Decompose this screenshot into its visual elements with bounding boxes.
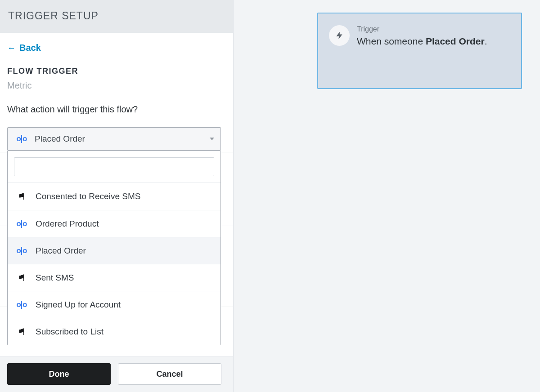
olo-icon: oo: [14, 246, 29, 255]
trigger-sentence-strong: Placed Order: [426, 36, 485, 46]
cancel-button[interactable]: Cancel: [118, 363, 221, 385]
option-subscribed-to-list[interactable]: ⚑ Subscribed to List: [8, 318, 220, 345]
option-label: Signed Up for Account: [36, 300, 121, 310]
metric-select-display[interactable]: oo Placed Order: [7, 127, 221, 151]
option-label: Subscribed to List: [36, 327, 104, 337]
cancel-label: Cancel: [156, 370, 183, 379]
option-label: Placed Order: [36, 246, 86, 256]
back-button[interactable]: ← Back: [7, 43, 41, 53]
trigger-setup-panel: TRIGGER SETUP ← Back FLOW TRIGGER Metric…: [0, 0, 234, 392]
trigger-sentence-suffix: .: [485, 36, 487, 46]
flow-canvas[interactable]: Trigger When someone Placed Order.: [234, 0, 540, 392]
trigger-question: What action will trigger this flow?: [7, 104, 226, 115]
back-label: Back: [19, 43, 41, 53]
olo-icon: oo: [14, 219, 29, 228]
trigger-kicker: Trigger: [357, 25, 487, 33]
olo-icon: oo: [14, 300, 29, 309]
metric-select: oo Placed Order ⚑ Consented to Receive S…: [7, 127, 221, 151]
trigger-card-icon-wrap: [329, 25, 350, 46]
trigger-card[interactable]: Trigger When someone Placed Order.: [317, 13, 522, 89]
option-consented-to-receive-sms[interactable]: ⚑ Consented to Receive SMS: [8, 183, 220, 210]
option-placed-order[interactable]: oo Placed Order: [8, 237, 220, 264]
chevron-down-icon: [210, 138, 214, 140]
panel-title: TRIGGER SETUP: [8, 10, 225, 22]
trigger-sentence: When someone Placed Order.: [357, 36, 487, 47]
option-label: Ordered Product: [36, 219, 99, 229]
done-label: Done: [49, 370, 69, 379]
trigger-subtype: Metric: [7, 80, 226, 91]
dropdown-list: ⚑ Consented to Receive SMS oo Ordered Pr…: [8, 183, 220, 345]
flag-icon: ⚑: [14, 326, 29, 337]
flag-icon: ⚑: [14, 191, 29, 202]
panel-header: TRIGGER SETUP: [0, 0, 233, 33]
option-signed-up-for-account[interactable]: oo Signed Up for Account: [8, 291, 220, 318]
trigger-sentence-prefix: When someone: [357, 36, 426, 46]
trigger-card-text: Trigger When someone Placed Order.: [357, 25, 487, 76]
option-ordered-product[interactable]: oo Ordered Product: [8, 210, 220, 237]
dropdown-search-input[interactable]: [14, 157, 214, 176]
arrow-left-icon: ←: [7, 44, 16, 52]
flag-icon: ⚑: [14, 272, 29, 283]
olo-icon: oo: [14, 134, 29, 143]
option-label: Sent SMS: [36, 273, 74, 283]
option-label: Consented to Receive SMS: [36, 192, 140, 201]
panel-body: ← Back FLOW TRIGGER Metric What action w…: [0, 33, 233, 356]
panel-footer: Done Cancel: [0, 356, 233, 392]
dropdown-search-wrap: [8, 151, 220, 183]
metric-dropdown: ⚑ Consented to Receive SMS oo Ordered Pr…: [7, 151, 221, 345]
done-button[interactable]: Done: [7, 363, 111, 385]
lightning-icon: [335, 30, 344, 41]
option-sent-sms[interactable]: ⚑ Sent SMS: [8, 264, 220, 291]
metric-selected-label: Placed Order: [35, 134, 204, 144]
flow-trigger-heading: FLOW TRIGGER: [7, 67, 226, 76]
